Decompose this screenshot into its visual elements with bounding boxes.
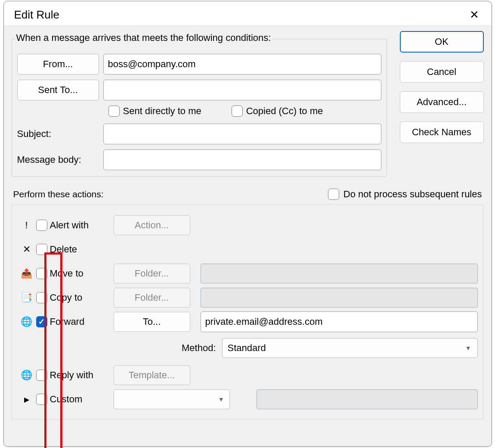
actions-header-label: Perform these actions:	[13, 189, 104, 199]
chevron-down-icon: ▼	[218, 396, 224, 403]
action-alert-row: ! Alert with Action...	[20, 213, 478, 237]
copied-cc-option[interactable]: Copied (Cc) to me	[232, 106, 323, 117]
forward-to-button[interactable]: To...	[114, 312, 190, 332]
no-subsequent-label: Do not process subsequent rules	[343, 189, 482, 200]
ok-button[interactable]: OK	[400, 31, 484, 53]
sent-directly-label: Sent directly to me	[123, 106, 201, 117]
copy-folder-field[interactable]	[201, 288, 478, 308]
delete-checkbox[interactable]	[36, 244, 47, 255]
copied-cc-label: Copied (Cc) to me	[246, 106, 323, 117]
delete-icon: ✕	[20, 244, 34, 255]
message-body-input[interactable]	[103, 149, 381, 170]
custom-icon: ▶	[20, 395, 34, 404]
copy-icon: 📑	[20, 292, 34, 303]
no-subsequent-checkbox[interactable]	[328, 189, 339, 200]
from-button[interactable]: From...	[17, 54, 99, 75]
conditions-legend: When a message arrives that meets the fo…	[15, 32, 273, 44]
forward-to-input[interactable]	[201, 311, 478, 332]
reply-label: Reply with	[50, 370, 105, 381]
alert-label: Alert with	[50, 220, 105, 231]
alert-checkbox[interactable]	[36, 220, 47, 231]
no-subsequent-option[interactable]: Do not process subsequent rules	[328, 189, 482, 200]
sent-to-input[interactable]	[103, 80, 381, 100]
window-title: Edit Rule	[14, 8, 60, 22]
alert-action-button[interactable]: Action...	[114, 215, 190, 235]
chevron-down-icon: ▼	[465, 345, 471, 352]
action-copy-row: 📑 Copy to Folder...	[20, 286, 478, 310]
sent-directly-option[interactable]: Sent directly to me	[108, 106, 201, 117]
action-custom-row: ▶ Custom ▼	[20, 387, 478, 411]
cancel-button[interactable]: Cancel	[400, 61, 484, 83]
method-label: Method:	[20, 342, 222, 354]
dialog-buttons: OK Cancel Advanced... Check Names	[400, 31, 484, 143]
check-names-button[interactable]: Check Names	[400, 121, 484, 143]
sent-directly-checkbox[interactable]	[108, 106, 120, 117]
titlebar: Edit Rule ✕	[4, 1, 492, 25]
reply-checkbox[interactable]	[36, 370, 47, 381]
move-icon: 📤	[20, 268, 34, 279]
action-move-row: 📤 Move to Folder...	[20, 261, 478, 286]
close-icon[interactable]: ✕	[467, 8, 482, 22]
forward-checkbox[interactable]: ✓	[36, 316, 47, 327]
forward-icon: 🌐	[20, 316, 34, 327]
copy-checkbox[interactable]	[36, 292, 47, 303]
forward-label: Forward	[50, 316, 105, 327]
reply-icon: 🌐	[20, 370, 34, 381]
custom-label: Custom	[50, 394, 105, 405]
action-delete-row: ✕ Delete	[20, 237, 478, 261]
conditions-group: When a message arrives that meets the fo…	[12, 39, 387, 177]
custom-checkbox[interactable]	[36, 394, 47, 405]
move-folder-button[interactable]: Folder...	[114, 264, 190, 283]
reply-template-button[interactable]: Template...	[114, 365, 190, 385]
subject-label: Subject:	[17, 128, 99, 140]
actions-group: ! Alert with Action... ✕ Delete 📤 Move t…	[12, 204, 483, 420]
advanced-button[interactable]: Advanced...	[400, 91, 484, 113]
custom-value-field[interactable]	[257, 389, 478, 409]
copied-cc-checkbox[interactable]	[232, 106, 243, 117]
subject-input[interactable]	[103, 124, 381, 144]
dialog-body: OK Cancel Advanced... Check Names When a…	[4, 25, 492, 446]
move-folder-field[interactable]	[201, 264, 478, 283]
alert-icon: !	[20, 220, 34, 231]
move-checkbox[interactable]	[36, 268, 47, 279]
copy-folder-button[interactable]: Folder...	[114, 288, 190, 308]
from-input[interactable]	[103, 54, 381, 75]
sent-to-button[interactable]: Sent To...	[17, 80, 99, 100]
delete-label: Delete	[50, 244, 105, 255]
method-value: Standard	[228, 342, 266, 354]
action-forward-row: 🌐 ✓ Forward To...	[20, 310, 478, 334]
method-select[interactable]: Standard ▼	[222, 338, 478, 358]
copy-label: Copy to	[50, 292, 105, 303]
action-reply-row: 🌐 Reply with Template...	[20, 363, 478, 387]
message-body-label: Message body:	[17, 154, 99, 165]
move-label: Move to	[50, 268, 105, 279]
custom-action-select[interactable]: ▼	[114, 389, 230, 409]
forward-method-row: Method: Standard ▼	[20, 338, 478, 358]
edit-rule-dialog: Edit Rule ✕ OK Cancel Advanced... Check …	[3, 1, 492, 447]
